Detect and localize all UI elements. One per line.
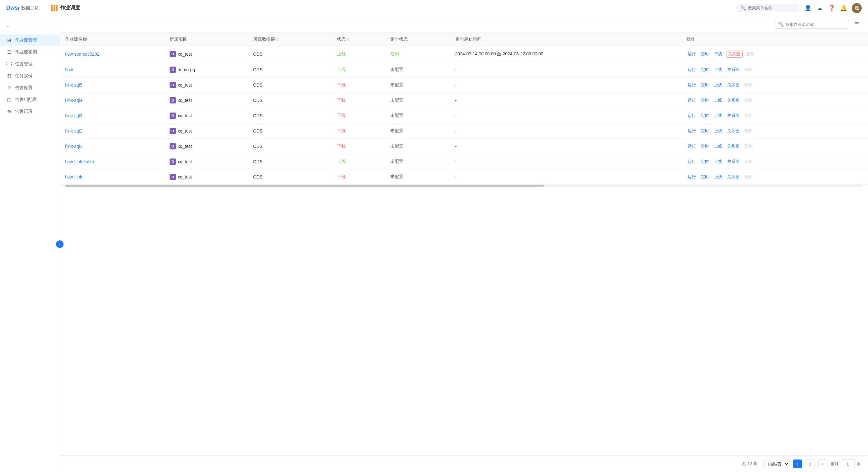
action-删除-button[interactable]: 删除 [743,98,754,103]
cloud-icon[interactable]: ☁ [816,4,824,12]
page-btn-2[interactable]: 2 [806,460,814,468]
timer-status-text: 未配置 [390,82,403,87]
workflow-search-input[interactable] [785,22,845,27]
action-运行-button[interactable]: 运行 [686,98,697,103]
action-运行-button[interactable]: 运行 [686,82,697,88]
flow-name-link[interactable]: flow-flink [65,174,82,179]
page-btn-next[interactable]: › [818,460,827,468]
action-关系图-button[interactable]: 关系图 [726,98,741,103]
layout: ← ⊞ 作业流管理 ☰ 作业流实例 ⋮⋮ 任务管理 ☷ 任务实例 ⚐ 告警配置 … [0,16,868,472]
flow-name-link[interactable]: flink-sql4 [65,98,82,103]
action-定时-button[interactable]: 定时 [700,159,710,164]
actions-container: 运行定时上线关系图删除 [686,174,863,180]
action-运行-button[interactable]: 运行 [686,143,697,149]
actions-container: 运行定时上线关系图删除 [686,128,863,134]
action-定时-button[interactable]: 定时 [700,98,710,103]
action-删除-button[interactable]: 删除 [743,159,754,164]
col-header-status[interactable]: 状态 [332,33,385,46]
flow-name-link[interactable]: flink-sql3 [65,113,82,118]
project-icon: D [169,51,176,57]
action-关系图-button[interactable]: 关系图 [726,67,741,72]
flow-name-link[interactable]: flow-flink-kafka [65,159,94,164]
project-icon: D [169,128,176,134]
action-关系图-button[interactable]: 关系图 [726,128,741,134]
action-关系图-button[interactable]: 关系图 [726,82,741,88]
action-上线-button[interactable]: 上线 [713,98,723,103]
action-定时-button[interactable]: 定时 [700,67,710,72]
project-name: xq_test [178,144,192,149]
action-上线-button[interactable]: 上线 [713,174,723,180]
action-上线-button[interactable]: 上线 [713,143,723,149]
sidebar-item-label: 任务实例 [15,73,33,79]
action-运行-button[interactable]: 运行 [686,174,697,180]
project-badge: Dxq_test [169,97,192,103]
main-toolbar: 🔍 [60,16,868,33]
action-删除-button[interactable]: 删除 [743,113,754,119]
sidebar-item-alert-config[interactable]: ⚐ 告警配置 [0,82,60,94]
col-header-layer[interactable]: 所属数据层 [248,33,332,46]
action-上线-button[interactable]: 上线 [713,113,723,119]
workflow-search-box[interactable]: 🔍 [774,20,849,29]
help-icon[interactable]: ❓ [828,4,835,12]
action-关系图-button[interactable]: 关系图 [726,159,741,164]
action-关系图-button[interactable]: 关系图 [726,143,741,149]
flow-name-link[interactable]: flink-sql5 [65,82,82,88]
action-下线-button[interactable]: 下线 [713,159,723,164]
sidebar-item-task-instance[interactable]: ☷ 任务实例 [0,70,60,82]
action-定时-button[interactable]: 定时 [700,113,710,119]
action-删除-button[interactable]: 删除 [743,174,754,180]
action-运行-button[interactable]: 运行 [686,113,697,119]
horizontal-scrollbar[interactable] [65,185,863,187]
action-运行-button[interactable]: 运行 [686,67,697,72]
action-关系图-button[interactable]: 关系图 [726,113,741,119]
action-删除-button[interactable]: 删除 [743,128,754,134]
status-badge: 下线 [337,113,346,118]
sidebar-item-alert-group[interactable]: ◫ 告警组配置 [0,94,60,106]
action-定时-button[interactable]: 定时 [700,82,710,88]
action-定时-button[interactable]: 定时 [700,174,710,180]
flow-name-link[interactable]: flow-sea-cdc0202 [65,52,99,57]
action-删除-button[interactable]: 删除 [743,82,754,88]
action-上线-button[interactable]: 上线 [713,82,723,88]
sidebar-back-button[interactable]: ← [0,21,60,34]
flow-name-link[interactable]: flink-sql2 [65,129,82,133]
action-删除-button[interactable]: 删除 [743,67,754,72]
action-定时-button[interactable]: 定时 [700,51,710,57]
filter-button[interactable] [853,20,861,29]
action-关系图-button[interactable]: 关系图 [726,174,741,180]
action-定时-button[interactable]: 定时 [700,143,710,149]
layer-cell: ODS [248,124,332,139]
action-运行-button[interactable]: 运行 [686,51,697,57]
sidebar-item-task-mgmt[interactable]: ⋮⋮ 任务管理 [0,58,60,70]
action-运行-button[interactable]: 运行 [686,159,697,164]
action-定时-button[interactable]: 定时 [700,128,710,134]
goto-input[interactable] [841,460,855,468]
action-关系图-button[interactable]: 关系图 [726,50,743,58]
sidebar-item-workflow-mgmt[interactable]: ⊞ 作业流管理 [0,34,60,46]
flow-name-link[interactable]: flow [65,67,73,72]
user-icon[interactable]: 👤 [804,4,812,12]
action-删除-button[interactable]: 删除 [743,143,754,149]
actions-cell: 运行定时下线关系图删除 [682,154,868,169]
header-search-box[interactable]: 🔍 [737,4,799,12]
action-下线-button[interactable]: 下线 [713,67,723,72]
sidebar-item-alert-log[interactable]: ⊕ 告警记录 [0,106,60,117]
search-icon: 🔍 [778,22,783,27]
sidebar-collapse-button[interactable]: ‹ [56,240,64,248]
alert-config-icon: ⚐ [6,85,12,91]
flow-name-link[interactable]: flink-sql1 [65,144,82,149]
action-删除-button[interactable]: 删除 [745,51,756,57]
col-header-name: 作业流名称 [60,33,164,46]
page-btn-1[interactable]: 1 [793,460,802,468]
action-下线-button[interactable]: 下线 [713,51,723,57]
action-运行-button[interactable]: 运行 [686,128,697,134]
header-search-input[interactable] [748,6,795,10]
bell-icon[interactable]: 🔔 [840,4,847,12]
per-page-select[interactable]: 10条/页 20条/页 50条/页 [764,460,789,468]
action-上线-button[interactable]: 上线 [713,128,723,134]
sidebar-item-workflow-instance[interactable]: ☰ 作业流实例 [0,46,60,58]
pagination-bar: 共 12 条 10条/页 20条/页 50条/页 1 2 › 前往 页 [60,456,868,472]
actions-cell: 运行定时上线关系图删除 [682,124,868,139]
avatar[interactable]: 租 [852,3,862,13]
actions-container: 运行定时下线关系图删除 [686,50,863,58]
